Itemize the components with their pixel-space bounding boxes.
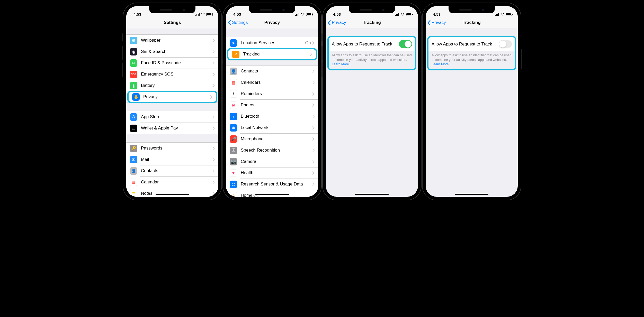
toggle-label: Allow Apps to Request to Track	[432, 42, 492, 47]
phone-0: 4:53 Settings❋Wallpaper◉Siri & Search☺Fa…	[123, 3, 222, 200]
row-bluetooth[interactable]: ᛒBluetooth	[226, 111, 318, 122]
settings-group: AApp Store▭Wallet & Apple Pay	[126, 111, 218, 134]
row-passwords[interactable]: 🔑Passwords	[126, 143, 218, 154]
chevron-icon	[312, 92, 315, 96]
battery-icon	[306, 13, 312, 16]
wallet-icon: ▭	[130, 125, 137, 132]
row-local-network[interactable]: ⊕Local Network	[226, 122, 318, 133]
status-time: 4:53	[433, 12, 441, 16]
row-label: Notes	[141, 191, 213, 196]
tracking-highlight-box: Allow Apps to Request to Track Allow app…	[327, 36, 416, 70]
chevron-icon	[312, 171, 315, 175]
siri-icon: ◉	[130, 48, 137, 55]
row-label: App Store	[141, 114, 213, 119]
contact-icon: 👤	[130, 167, 137, 175]
status-indicators	[195, 12, 213, 16]
chevron-icon	[312, 81, 315, 84]
row-label: Photos	[241, 102, 312, 108]
settings-list: ❋Wallpaper◉Siri & Search☺Face ID & Passc…	[126, 28, 218, 197]
chevron-icon	[312, 104, 315, 107]
row-label: Wallpaper	[141, 38, 213, 43]
allow-tracking-row[interactable]: Allow Apps to Request to Track	[428, 37, 515, 51]
row-calendar[interactable]: ▦Calendar	[126, 176, 218, 188]
row-label: Speech Recognition	[241, 148, 312, 153]
row-wallpaper[interactable]: ❋Wallpaper	[126, 35, 218, 46]
row-privacy[interactable]: ✋Privacy	[127, 91, 217, 103]
row-microphone[interactable]: 🎤Microphone	[226, 133, 318, 145]
row-label: Reminders	[241, 91, 312, 96]
phone-2: 4:53 Privacy Tracking Allow Apps to Requ…	[322, 3, 422, 200]
row-contacts[interactable]: 👤Contacts	[126, 165, 218, 176]
settings-group: ❋Wallpaper◉Siri & Search☺Face ID & Passc…	[126, 34, 218, 103]
row-health[interactable]: ♥Health	[226, 167, 318, 179]
row-tracking[interactable]: ↗Tracking	[227, 48, 317, 60]
battery-icon	[206, 13, 213, 16]
row-label: Wallet & Apple Pay	[141, 126, 213, 131]
row-label: Privacy	[143, 94, 210, 99]
notch	[449, 6, 495, 13]
row-label: Calendars	[241, 80, 312, 85]
back-button[interactable]: Privacy	[427, 20, 446, 25]
home-indicator[interactable]	[156, 194, 189, 195]
row-location-services[interactable]: ➤Location ServicesOn	[226, 37, 318, 49]
home-indicator[interactable]	[255, 194, 289, 195]
row-label: Microphone	[241, 136, 312, 142]
row-label: Location Services	[241, 40, 305, 45]
allow-tracking-switch[interactable]	[399, 40, 412, 48]
row-camera[interactable]: 📷Camera	[226, 156, 318, 167]
status-time: 4:53	[333, 12, 341, 16]
chevron-icon	[312, 183, 315, 186]
chevron-icon	[213, 192, 215, 195]
chevron-icon	[310, 53, 312, 56]
row-face-id-passcode[interactable]: ☺Face ID & Passcode	[126, 57, 218, 69]
chevron-icon	[312, 126, 315, 129]
row-speech-recognition[interactable]: ⦿Speech Recognition	[226, 145, 318, 156]
cal-icon: ▦	[130, 179, 137, 186]
signal-icon	[295, 13, 300, 16]
row-notes[interactable]: ≣Notes	[126, 188, 218, 197]
home-indicator[interactable]	[355, 194, 389, 195]
chevron-icon	[213, 147, 215, 150]
row-mail[interactable]: ✉Mail	[126, 154, 218, 165]
tracking-footer: Allow apps to ask to use an identifier t…	[329, 51, 415, 69]
mic-icon: 🎤	[230, 135, 237, 143]
speech-icon: ⦿	[230, 147, 237, 154]
net-icon: ⊕	[230, 124, 237, 132]
chevron-icon	[213, 50, 215, 53]
learn-more-link[interactable]: Learn More...	[332, 62, 352, 66]
chevron-icon	[312, 194, 315, 197]
back-button[interactable]: Privacy	[327, 20, 346, 25]
mail-icon: ✉	[130, 156, 137, 163]
allow-tracking-row[interactable]: Allow Apps to Request to Track	[329, 37, 415, 51]
row-siri-search[interactable]: ◉Siri & Search	[126, 46, 218, 57]
row-research-sensor-usage-data[interactable]: ◎Research Sensor & Usage Data	[226, 179, 318, 190]
wifi-icon	[301, 12, 305, 16]
row-battery[interactable]: ▮Battery	[126, 80, 218, 91]
row-label: Battery	[141, 83, 213, 88]
allow-tracking-switch[interactable]	[499, 40, 512, 48]
cam-icon: 📷	[230, 158, 237, 165]
row-app-store[interactable]: AApp Store	[126, 111, 218, 123]
research-icon: ◎	[230, 181, 237, 188]
screen: 4:53 SettingsPrivacy➤Location ServicesOn…	[226, 6, 318, 197]
learn-more-link[interactable]: Learn More...	[432, 62, 451, 66]
battery-icon	[406, 13, 412, 16]
row-wallet-apple-pay[interactable]: ▭Wallet & Apple Pay	[126, 123, 218, 134]
chevron-icon	[213, 181, 215, 184]
heart-icon: ♥	[230, 169, 237, 177]
row-calendars[interactable]: ▦Calendars	[226, 77, 318, 88]
chevron-icon	[312, 160, 315, 163]
row-photos[interactable]: ❀Photos	[226, 99, 318, 111]
row-label: Passwords	[141, 146, 213, 151]
wifi-icon	[400, 12, 405, 16]
row-reminders[interactable]: ⁞Reminders	[226, 88, 318, 99]
chevron-icon	[213, 115, 215, 119]
row-contacts[interactable]: 👤Contacts	[226, 66, 318, 77]
status-indicators	[495, 12, 512, 16]
row-label: Face ID & Passcode	[141, 60, 213, 66]
row-emergency-sos[interactable]: SOSEmergency SOS	[126, 69, 218, 80]
home-indicator[interactable]	[455, 194, 488, 195]
back-button[interactable]: Settings	[228, 20, 248, 25]
row-homekit[interactable]: ⌂HomeKit	[226, 190, 318, 197]
key-icon: 🔑	[130, 145, 137, 152]
